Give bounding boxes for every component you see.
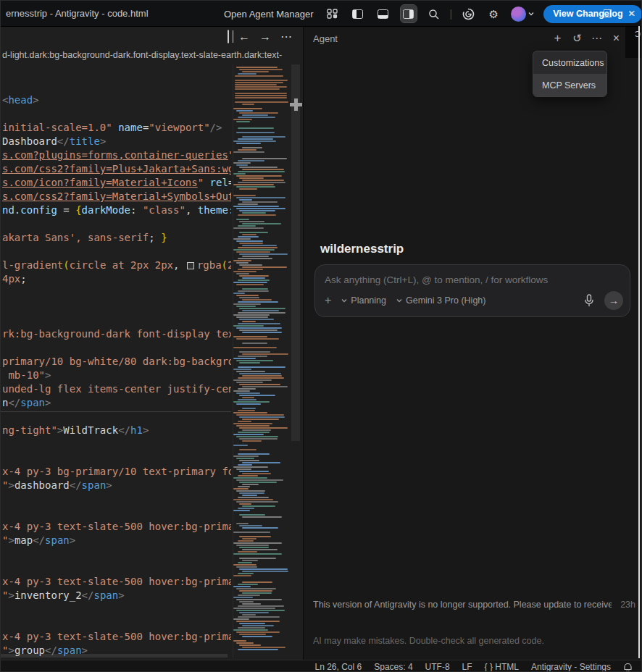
code-line: x-4 py-3 text-slate-500 hover:bg-prima [2, 630, 231, 644]
model-label: Gemini 3 Pro (High) [406, 295, 485, 306]
code-line: l-gradient(circle at 2px 2px, rgba(2 [2, 259, 231, 272]
account-menu[interactable] [511, 7, 534, 22]
code-line: s.com/icon?family=Material+Icons" rel= [2, 176, 231, 190]
code-line: Dashboard</title> [2, 135, 106, 148]
minimize-button[interactable]: ─ [578, 8, 588, 20]
editor-more-actions-icon[interactable]: ⋯ [280, 31, 292, 43]
mode-label: Planning [351, 295, 386, 306]
customize-layout-icon[interactable] [325, 5, 341, 22]
titlebar-separator: | [450, 8, 453, 20]
close-agent-panel-icon[interactable]: × [610, 30, 622, 46]
version-notice: This version of Antigravity is no longer… [313, 600, 612, 610]
send-button[interactable]: → [604, 291, 623, 310]
conversation-title: wildernesstrip [320, 242, 404, 256]
agent-options-menu: CustomizationsMCP Servers [533, 51, 607, 97]
statusbar-item--html[interactable]: { } HTML [485, 662, 519, 672]
code-line: ng-tight">WildTrack</h1> [2, 424, 149, 437]
microphone-icon[interactable] [584, 294, 594, 307]
menu-item-customizations[interactable]: Customizations [533, 51, 606, 74]
close-window-button[interactable]: × [627, 7, 637, 21]
new-conversation-icon[interactable]: + [551, 30, 564, 46]
code-line: x-4 py-3 text-slate-500 hover:bg-prima [2, 520, 231, 534]
editor-vertical-scrollbar[interactable] [291, 64, 300, 441]
navigate-forward-icon[interactable]: → [259, 31, 271, 43]
agent-panel-title: Agent [313, 33, 338, 44]
code-line: n</span> [2, 396, 51, 410]
code-line: 4px; [2, 272, 27, 286]
agent-input-box[interactable]: Ask anything (Ctrl+L), @ to mention, / f… [314, 264, 630, 317]
window-title: ernesstrip - Antigravity - code.html [6, 8, 149, 19]
statusbar-item-lf[interactable]: LF [462, 662, 472, 672]
statusbar-item-ln-26-col-6[interactable]: Ln 26, Col 6 [314, 662, 362, 672]
mode-dropdown[interactable]: Planning [341, 295, 386, 306]
agent-panel: Agent + ↺ ⋯ × CustomizationsMCP Servers … [303, 27, 642, 660]
toggle-right-panel-icon[interactable] [401, 5, 417, 22]
code-line: s.com/css2?family=Plus+Jakarta+Sans:wg [2, 162, 231, 176]
code-line: akarta Sans', sans-serif; } [2, 231, 167, 245]
avatar[interactable] [511, 7, 526, 22]
agent-panel-header: Agent + ↺ ⋯ × [304, 27, 642, 51]
agent-more-options-icon[interactable]: ⋯ [591, 30, 603, 46]
titlebar: ernesstrip - Antigravity - code.html Ope… [1, 1, 642, 27]
code-line: primary/10 bg-white/80 dark:bg-backgro [2, 355, 231, 369]
code-line: mb-10"> [2, 369, 51, 382]
agent-input-placeholder: Ask anything (Ctrl+L), @ to mention, / f… [325, 274, 548, 285]
panel-resize-handle[interactable] [290, 98, 302, 111]
code-line: s.com?plugins=forms,container-queries" [2, 148, 231, 162]
send-arrow-icon: → [609, 295, 619, 306]
statusbar-item-antigravity-settings[interactable]: Antigravity - Settings [531, 662, 611, 672]
code-editor-content[interactable]: <head>initial-scale=1.0" name="viewport"… [1, 27, 231, 660]
chevron-down-icon [396, 298, 402, 303]
open-agent-manager-button[interactable]: Open Agent Manager [224, 9, 314, 20]
history-icon[interactable]: ↺ [571, 30, 583, 46]
statusbar: Ln 26, Col 6Spaces: 4UTF-8LF{ } HTMLAnti… [1, 660, 642, 672]
editor-pane: ← → ⋯ d-light.dark:bg-background-dark.fo… [1, 27, 301, 660]
antigravity-logo-icon[interactable] [460, 5, 476, 22]
toggle-left-panel-icon[interactable] [350, 5, 366, 22]
current-line-highlight [1, 411, 231, 412]
maximize-button[interactable] [602, 8, 612, 20]
notice-timestamp: 23h [620, 600, 635, 610]
code-line: s.com/css2?family=Material+Symbols+Out [2, 190, 231, 203]
notifications-bell-icon[interactable] [623, 662, 633, 672]
editor-horizontal-scrollbar[interactable] [1, 654, 228, 658]
attach-icon[interactable]: + [325, 294, 331, 307]
search-icon[interactable] [426, 5, 442, 22]
color-swatch [187, 262, 194, 269]
code-line: <head> [2, 93, 39, 107]
code-line: nd.config = {darkMode: "class", theme: [2, 203, 231, 217]
code-line: ">dashboard</span> [2, 479, 112, 492]
toggle-bottom-panel-icon[interactable] [375, 5, 391, 22]
code-line: rk:bg-background-dark font-display tex [2, 327, 231, 341]
code-line: unded-lg flex items-center justify-cen [2, 382, 231, 396]
app-window: ernesstrip - Antigravity - code.html Ope… [0, 0, 642, 672]
menu-item-mcp-servers[interactable]: MCP Servers [533, 74, 606, 96]
chevron-down-icon [341, 298, 347, 303]
code-line: initial-scale=1.0" name="viewport"/> [2, 121, 222, 135]
code-line: ">inventory_2</span> [2, 589, 125, 602]
panel-edge-scrollbar[interactable] [638, 26, 640, 658]
chevron-down-icon [528, 11, 534, 17]
code-line: x-4 py-3 text-slate-500 hover:bg-prima [2, 575, 231, 589]
minimap[interactable] [233, 64, 291, 657]
navigate-back-icon[interactable]: ← [238, 31, 250, 43]
gear-icon[interactable]: ⚙ [485, 5, 501, 22]
statusbar-item-utf-8[interactable]: UTF-8 [425, 662, 450, 672]
code-line: x-4 py-3 bg-primary/10 text-primary fo [2, 465, 231, 479]
code-line: ">map</span> [2, 534, 75, 547]
model-dropdown[interactable]: Gemini 3 Pro (High) [396, 295, 485, 306]
statusbar-item-spaces-4[interactable]: Spaces: 4 [374, 662, 412, 672]
ai-disclaimer: AI may make mistakes. Double-check all g… [313, 636, 544, 646]
